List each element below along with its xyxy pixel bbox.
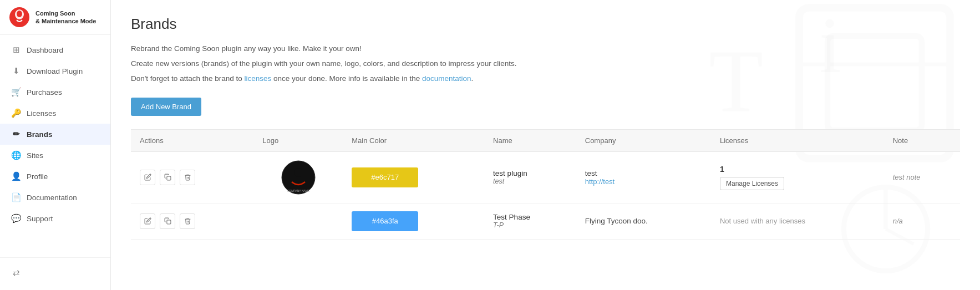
row2-logo — [253, 203, 343, 239]
sidebar-item-documentation[interactable]: 📄 Documentation — [0, 187, 110, 208]
col-logo: Logo — [253, 129, 343, 151]
table-header: Actions Logo Main Color Name Company Lic… — [131, 129, 960, 151]
sidebar-item-label: Support — [27, 215, 53, 223]
color-hex-label: #46a3fa — [372, 217, 398, 225]
row2-note: n/a — [884, 203, 960, 239]
edit-button[interactable] — [140, 170, 155, 185]
row2-name: Test Phase T-P — [484, 203, 576, 239]
sidebar-logo: Coming Soon & Maintenance Mode — [0, 0, 110, 35]
table-header-row: Actions Logo Main Color Name Company Lic… — [131, 129, 960, 151]
sidebar-item-purchases[interactable]: 🛒 Purchases — [0, 82, 110, 103]
svg-rect-11 — [166, 176, 170, 180]
svg-point-14 — [294, 168, 302, 177]
col-actions: Actions — [131, 129, 253, 151]
not-used-label: Not used with any licenses — [720, 217, 805, 225]
svg-text:COMPANY NAME: COMPANY NAME — [287, 189, 309, 192]
col-note: Note — [884, 129, 960, 151]
brand-logo-image: COMPANY NAME — [281, 160, 316, 195]
color-swatch: #46a3fa — [352, 211, 418, 231]
support-icon: 💬 — [11, 213, 21, 223]
row1-logo: COMPANY NAME — [253, 151, 343, 203]
row1-name: test plugin test — [484, 151, 576, 203]
sidebar-collapse-button[interactable]: ⇄ — [11, 263, 99, 282]
svg-point-2 — [17, 11, 22, 17]
edit-button[interactable] — [140, 213, 155, 229]
table-row: COMPANY NAME #e6c717 test plugin test — [131, 151, 960, 203]
delete-icon — [184, 174, 191, 181]
delete-button[interactable] — [180, 170, 195, 185]
sidebar-item-label: Download Plugin — [27, 67, 83, 75]
sidebar-item-brands[interactable]: ✏ Brands — [0, 124, 110, 145]
delete-icon — [184, 217, 191, 225]
row1-color: #e6c717 — [343, 151, 484, 203]
intro-line3-before: Don't forget to attach the brand to — [131, 74, 244, 83]
sidebar-item-download-plugin[interactable]: ⬇ Download Plugin — [0, 60, 110, 82]
company-url[interactable]: http://test — [585, 177, 615, 186]
sidebar-item-label: Dashboard — [27, 46, 63, 54]
copy-icon — [164, 217, 171, 225]
sidebar-item-label: Documentation — [27, 194, 77, 202]
delete-button[interactable] — [180, 213, 195, 229]
note-text: test note — [893, 173, 921, 181]
copy-button[interactable] — [160, 213, 175, 229]
row1-company: test http://test — [576, 151, 711, 203]
brand-name-main: Test Phase — [493, 213, 567, 221]
col-name: Name — [484, 129, 576, 151]
download-icon: ⬇ — [11, 66, 21, 76]
brands-table: Actions Logo Main Color Name Company Lic… — [131, 129, 960, 240]
note-text: n/a — [893, 217, 903, 225]
table-body: COMPANY NAME #e6c717 test plugin test — [131, 151, 960, 239]
cart-icon: 🛒 — [11, 87, 21, 97]
page-title: Brands — [131, 16, 960, 33]
intro-line1: Rebrand the Coming Soon plugin any way y… — [131, 43, 960, 55]
row1-licenses: 1 Manage Licenses — [711, 151, 884, 203]
copy-icon — [164, 174, 171, 181]
col-company: Company — [576, 129, 711, 151]
sidebar-item-label: Brands — [27, 130, 53, 139]
doc-icon: 📄 — [11, 192, 21, 202]
col-main-color: Main Color — [343, 129, 484, 151]
licenses-count: 1 — [720, 165, 875, 174]
sidebar-item-label: Licenses — [27, 109, 56, 118]
copy-button[interactable] — [160, 170, 175, 185]
brand-name-sub: test — [493, 177, 567, 185]
company-name: test — [585, 169, 702, 177]
sidebar-item-profile[interactable]: 👤 Profile — [0, 166, 110, 187]
table-row: #46a3fa Test Phase T-P Flying Tycoon doo… — [131, 203, 960, 239]
sidebar-item-licenses[interactable]: 🔑 Licenses — [0, 103, 110, 124]
collapse-icon: ⇄ — [11, 268, 21, 278]
sidebar-item-label: Profile — [27, 172, 48, 181]
globe-icon: 🌐 — [11, 150, 21, 160]
row2-color: #46a3fa — [343, 203, 484, 239]
svg-rect-16 — [166, 220, 170, 224]
key-icon: 🔑 — [11, 108, 21, 118]
intro-line3-after: . — [471, 74, 473, 83]
sidebar-item-dashboard[interactable]: ⊞ Dashboard — [0, 39, 110, 60]
documentation-link[interactable]: documentation — [422, 74, 471, 83]
app-logo-icon — [9, 7, 30, 28]
licenses-link[interactable]: licenses — [244, 74, 271, 83]
main-inner: Brands Rebrand the Coming Soon plugin an… — [111, 0, 980, 255]
edit-icon — [144, 217, 151, 225]
row2-company: Flying Tycoon doo. — [576, 203, 711, 239]
main-content: T i Brands Rebrand the Coming Soon plugi… — [111, 0, 980, 290]
color-hex-label: #e6c717 — [371, 173, 399, 181]
edit-icon — [144, 174, 151, 181]
action-icons — [140, 170, 245, 185]
app-name: Coming Soon & Maintenance Mode — [35, 9, 96, 26]
color-swatch: #e6c717 — [352, 167, 418, 187]
sidebar-item-label: Sites — [27, 151, 43, 160]
sidebar-item-support[interactable]: 💬 Support — [0, 208, 110, 229]
sidebar-item-sites[interactable]: 🌐 Sites — [0, 145, 110, 166]
brand-name-sub: T-P — [493, 221, 567, 229]
row1-actions — [131, 151, 253, 203]
manage-licenses-button[interactable]: Manage Licenses — [720, 177, 784, 190]
intro-line2: Create new versions (brands) of the plug… — [131, 58, 960, 70]
logo-container: COMPANY NAME — [262, 160, 334, 195]
col-licenses: Licenses — [711, 129, 884, 151]
add-new-brand-button[interactable]: Add New Brand — [131, 98, 201, 116]
user-icon: 👤 — [11, 171, 21, 181]
dashboard-icon: ⊞ — [11, 45, 21, 55]
intro-line3-middle: once your done. More info is available i… — [271, 74, 422, 83]
sidebar-nav: ⊞ Dashboard ⬇ Download Plugin 🛒 Purchase… — [0, 35, 110, 257]
